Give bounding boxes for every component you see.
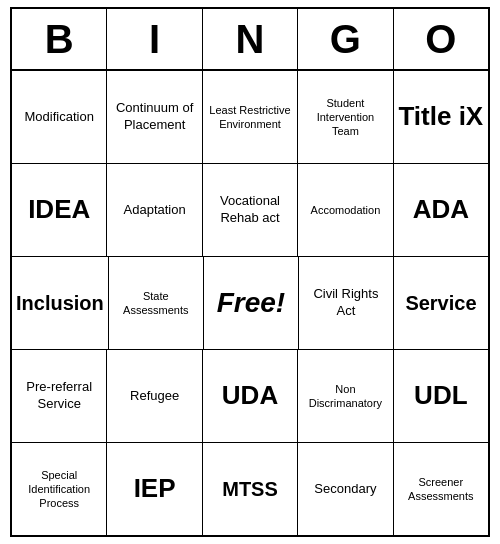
bingo-cell: Student Intervention Team <box>298 71 393 163</box>
bingo-cell: Non Discrimanatory <box>298 350 393 442</box>
bingo-cell: IEP <box>107 443 202 535</box>
header-letter: B <box>12 9 107 69</box>
bingo-cell: Inclusion <box>12 257 109 349</box>
bingo-row: InclusionState AssessmentsFree!Civil Rig… <box>12 257 488 350</box>
bingo-cell: Least Restrictive Environment <box>203 71 298 163</box>
bingo-card: BINGO ModificationContinuum of Placement… <box>10 7 490 537</box>
bingo-cell: Free! <box>204 257 299 349</box>
bingo-row: ModificationContinuum of PlacementLeast … <box>12 71 488 164</box>
header-letter: G <box>298 9 393 69</box>
bingo-cell: Civil Rights Act <box>299 257 394 349</box>
bingo-cell: Refugee <box>107 350 202 442</box>
bingo-cell: State Assessments <box>109 257 204 349</box>
header-letter: I <box>107 9 202 69</box>
bingo-grid: ModificationContinuum of PlacementLeast … <box>12 71 488 535</box>
bingo-cell: UDA <box>203 350 298 442</box>
header-letter: O <box>394 9 488 69</box>
bingo-cell: Continuum of Placement <box>107 71 202 163</box>
bingo-cell: ADA <box>394 164 488 256</box>
bingo-row: Pre-referral ServiceRefugeeUDANon Discri… <box>12 350 488 443</box>
bingo-cell: Secondary <box>298 443 393 535</box>
bingo-cell: Special Identification Process <box>12 443 107 535</box>
bingo-cell: IDEA <box>12 164 107 256</box>
bingo-header: BINGO <box>12 9 488 71</box>
bingo-cell: Adaptation <box>107 164 202 256</box>
bingo-cell: Screener Assessments <box>394 443 488 535</box>
bingo-cell: Service <box>394 257 488 349</box>
header-letter: N <box>203 9 298 69</box>
bingo-row: IDEAAdaptationVocational Rehab actAccomo… <box>12 164 488 257</box>
bingo-row: Special Identification ProcessIEPMTSSSec… <box>12 443 488 535</box>
bingo-cell: Pre-referral Service <box>12 350 107 442</box>
bingo-cell: UDL <box>394 350 488 442</box>
bingo-cell: Modification <box>12 71 107 163</box>
bingo-cell: Accomodation <box>298 164 393 256</box>
bingo-cell: Title iX <box>394 71 488 163</box>
bingo-cell: Vocational Rehab act <box>203 164 298 256</box>
bingo-cell: MTSS <box>203 443 298 535</box>
